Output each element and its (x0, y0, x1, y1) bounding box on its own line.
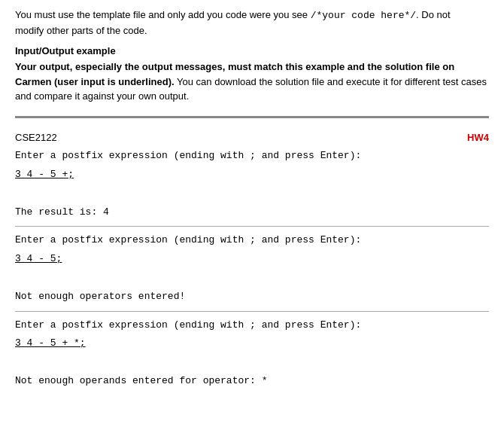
blank-line-3 (15, 355, 489, 371)
terminal-block-1: Enter a postfix expression (ending with … (15, 148, 489, 220)
main-divider (15, 116, 489, 118)
output-1: The result is: 4 (15, 205, 489, 221)
code-snippet: /*your code here*/ (311, 10, 416, 21)
blank-line-1 (15, 186, 489, 202)
blank-line-2 (15, 270, 489, 286)
output-3: Not enough operands entered for operator… (15, 374, 489, 389)
intro-paragraph-1: You must use the template file and only … (15, 8, 489, 38)
carmen-text: Carmen (user input is underlined). (15, 76, 175, 87)
intro-line2: modify other parts of the code. (15, 25, 147, 36)
terminal-section: CSE2122 HW4 Enter a postfix expression (… (15, 130, 489, 389)
course-label: CSE2122 (15, 130, 57, 146)
intro-text-before-code: You must use the template file and only … (15, 9, 311, 20)
intro-text-after-code: . Do not (416, 9, 451, 20)
terminal-block-2: Enter a postfix expression (ending with … (15, 233, 489, 304)
bold-description: Your output, especially the output messa… (15, 61, 454, 72)
input-2: 3 4 - 5; (15, 252, 489, 267)
output-2: Not enough operators entered! (15, 289, 489, 305)
prompt-2: Enter a postfix expression (ending with … (15, 233, 489, 249)
divider-2 (15, 311, 489, 312)
input-1: 3 4 - 5 +; (15, 167, 489, 183)
description-paragraph: Your output, especially the output messa… (15, 59, 489, 104)
terminal-header: CSE2122 HW4 (15, 130, 489, 146)
divider-1 (15, 226, 489, 227)
intro-section: You must use the template file and only … (15, 8, 489, 104)
terminal-block-3: Enter a postfix expression (ending with … (15, 318, 489, 389)
prompt-3: Enter a postfix expression (ending with … (15, 318, 489, 334)
prompt-1: Enter a postfix expression (ending with … (15, 148, 489, 164)
input-3: 3 4 - 5 + *; (15, 336, 489, 352)
hw-label: HW4 (467, 130, 489, 146)
section-heading: Input/Output example (15, 45, 489, 56)
